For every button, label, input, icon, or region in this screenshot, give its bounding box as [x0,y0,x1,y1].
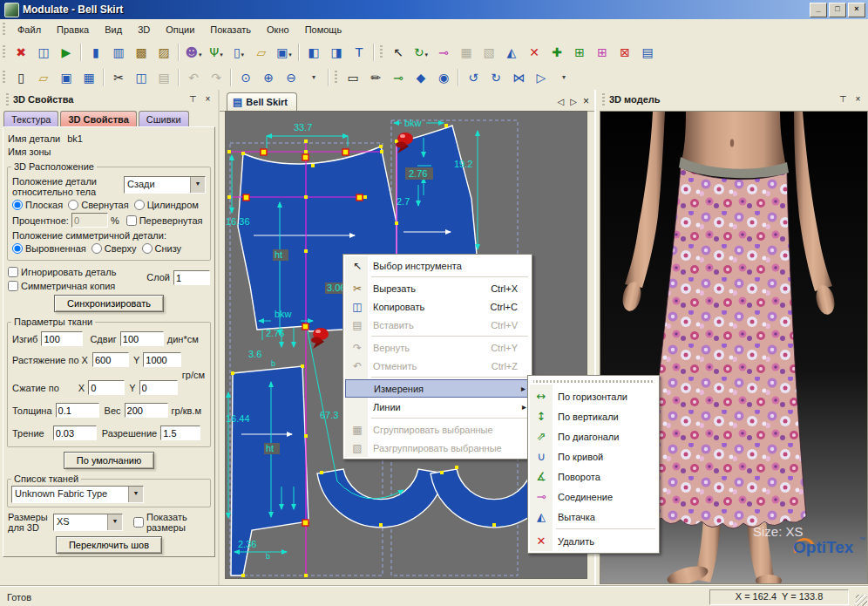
submenu-vertical[interactable]: ↕ По вертикали [530,406,657,426]
weight-input[interactable] [125,403,168,418]
panel-tab[interactable]: Сшивки [139,111,189,126]
axis-icon[interactable]: Ψ [205,41,227,63]
radio-cylinder[interactable] [134,200,145,210]
switch-seam-button[interactable]: Переключить шов [56,536,162,554]
menu-item[interactable]: Окно [259,22,297,37]
synchronize-button[interactable]: Синхронизировать [54,295,164,312]
ctx-cut[interactable]: ✂ Вырезать Ctrl+X [345,279,530,297]
ctx-group[interactable]: ▦ Сгруппировать выбранные [345,420,530,439]
position-select[interactable]: Сзади ▼ [124,176,206,194]
delete-measure-icon[interactable]: ✕ [523,41,546,63]
stretch-x-input[interactable] [92,352,129,367]
paste-icon[interactable]: ▤ [153,66,175,88]
prev-document-icon[interactable]: ◁ [558,97,565,106]
panel-tab[interactable]: Текстура [3,111,58,126]
next-document-icon[interactable]: ▷ [570,97,577,106]
print-icon[interactable]: ▦ [78,66,100,88]
toolbar-grip[interactable] [3,71,5,85]
toolbar-overflow-icon[interactable]: ▾ [553,66,575,88]
piece-report-icon[interactable]: ▤ [636,41,659,63]
avatar-settings-icon[interactable]: ☻ [182,41,205,63]
simulate-icon[interactable]: ▶ [55,41,78,63]
fabric-select[interactable]: Unknown Fabric Type ▼ [11,486,144,503]
menu-item[interactable]: Показать [202,22,259,37]
submenu-horizontal[interactable]: ↔ По горизонтали [530,386,657,406]
copy-icon[interactable]: ◫ [130,66,153,88]
panel-tab[interactable]: 3D Свойства [60,111,136,126]
ctx-select-tool[interactable]: ↖ Выбор инструмента [345,256,530,275]
zoom-in-icon[interactable]: ⊕ [257,66,280,88]
submenu-dart[interactable]: ◭ Вытачка [530,507,657,527]
radio-above[interactable] [92,243,102,254]
stretch-y-input[interactable] [143,352,181,367]
submenu-connection[interactable]: ⊸ Соединение [530,487,657,507]
rotate-left-icon[interactable]: ↺ [462,66,485,88]
layer-input[interactable] [173,270,210,285]
move-point-icon[interactable]: ⊸ [387,66,410,88]
thickness-input[interactable] [56,403,99,418]
flip-vertical-icon[interactable]: ▷ [530,66,553,88]
ctx-ungroup[interactable]: ▧ Разгруппировать выбранные [345,439,530,457]
menu-item[interactable]: Правка [49,22,97,37]
close-icon[interactable]: × [201,93,214,106]
panel-grip[interactable] [6,93,9,106]
compress-y-input[interactable] [139,380,178,395]
text-tool-icon[interactable]: T [348,41,370,63]
submenu-delete[interactable]: ✕ Удалить [530,531,657,551]
rotate-right-icon[interactable]: ↻ [485,66,507,88]
document-tab[interactable]: ▤ Bell Skirt [227,92,297,111]
apply-texture-icon[interactable]: ▨ [153,41,175,63]
resize-grip[interactable] [856,595,867,606]
radio-flat[interactable] [12,200,23,210]
cut-icon[interactable]: ✂ [107,66,130,88]
ctx-lines[interactable]: Линии [345,398,530,416]
show-sizes-checkbox[interactable] [133,517,144,528]
toolbar-grip[interactable] [380,45,383,59]
ungroup-icon[interactable]: ▧ [478,41,500,63]
device-icon[interactable]: ▯ [227,41,250,63]
compress-x-input[interactable] [88,380,125,395]
shift-input[interactable] [120,331,164,346]
toolbar-overflow-icon[interactable]: ▾ [302,66,325,88]
connection-measure-icon[interactable]: ⊸ [432,41,455,63]
menu-item[interactable]: 3D [130,22,158,37]
zoom-out-icon[interactable]: ⊖ [280,66,302,88]
ignore-piece-checkbox[interactable] [8,267,18,277]
new-icon[interactable]: ▯ [10,66,32,88]
add-piece-horizontal-icon[interactable]: ⊞ [568,41,591,63]
close-button[interactable]: × [848,3,865,17]
close-document-icon[interactable]: × [583,95,589,107]
menu-item[interactable]: Вид [97,22,130,37]
radio-folded[interactable] [68,200,78,210]
redo-icon[interactable]: ↷ [205,66,227,88]
sym-copy-checkbox[interactable] [8,281,18,291]
model-panel-titlebar[interactable]: 3D модель ⊥ × [596,90,868,109]
snapshot-icon[interactable]: ◨ [325,41,348,63]
place-piece-icon[interactable]: ◫ [32,41,55,63]
unplace-piece-icon[interactable]: ✖ [10,41,32,63]
save-icon[interactable]: ▣ [55,66,78,88]
flipped-checkbox[interactable] [126,215,137,226]
submenu-rotation[interactable]: ∡ Поворота [530,466,657,487]
menu-item[interactable]: Помощь [297,22,350,37]
chevron-down-icon[interactable]: ▼ [107,514,122,530]
radio-aligned[interactable] [12,243,23,254]
zoom-fit-icon[interactable]: ⊙ [234,66,257,88]
friction-input[interactable] [53,426,97,440]
add-piece-icon[interactable]: ✚ [546,41,568,63]
ctx-measurements[interactable]: Измерения [345,379,530,398]
radio-below[interactable] [142,243,153,254]
minimize-button[interactable]: _ [810,3,827,17]
ctx-paste[interactable]: ▤ Вставить Ctrl+V [345,316,530,334]
dart-tool-icon[interactable]: ◆ [410,66,432,88]
pin-icon[interactable]: ⊥ [837,93,850,106]
undo-icon[interactable]: ↶ [182,66,205,88]
submenu-curve[interactable]: ∪ По кривой [530,446,657,466]
toolbar-grip[interactable] [335,71,337,85]
save-model-icon[interactable]: ▣ [273,41,295,63]
dart-measure-icon[interactable]: ◭ [500,41,523,63]
menu-item[interactable]: Файл [10,22,49,37]
roll-selected-icon[interactable]: ▥ [107,41,130,63]
pin-icon[interactable]: ⊥ [186,93,200,106]
delete-internal-icon[interactable]: ⊠ [614,41,636,63]
